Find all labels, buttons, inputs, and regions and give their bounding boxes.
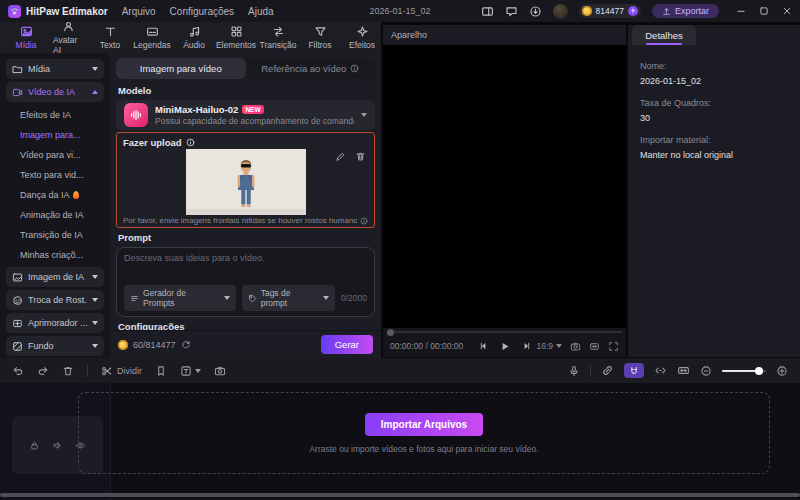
link-clips-button[interactable] (601, 364, 614, 377)
split-button[interactable]: Dividir (101, 365, 142, 377)
prompt-tags-button[interactable]: Tags de prompt (242, 285, 335, 311)
feedback-icon[interactable] (505, 5, 518, 18)
generation-panel: Imagem para vídeo Referência ao vídeo Mo… (110, 53, 381, 358)
fit-timeline-button[interactable] (677, 364, 690, 377)
tab-elementos[interactable]: Elementos (216, 23, 256, 52)
timeline-zoom-slider[interactable] (722, 370, 766, 372)
sidebar-item-minhas-criacoes[interactable]: Minhas criaçõ... (20, 245, 104, 265)
tab-avatar-ai[interactable]: Avatar AI (48, 18, 88, 57)
model-section-label: Modelo (118, 85, 375, 96)
app-name: HitPaw Edimakor (26, 6, 108, 17)
export-button[interactable]: Exportar (652, 4, 719, 18)
maximize-button[interactable] (759, 6, 769, 16)
sidebar-item-video-para-video[interactable]: Vídeo para vi... (20, 145, 104, 165)
import-files-button[interactable]: Importar Arquivos (365, 413, 483, 436)
add-credits-button[interactable]: + (628, 6, 638, 16)
tab-referencia-ao-video[interactable]: Referência ao vídeo (246, 58, 376, 79)
snap-magnet-toggle[interactable] (624, 363, 644, 378)
chevron-down-icon (361, 113, 367, 117)
tab-imagem-para-video[interactable]: Imagem para vídeo (116, 58, 246, 79)
sidebar-subgroup-video-ia: Efeitos de IA Imagem para... Vídeo para … (6, 105, 104, 265)
sidebar-item-animacao-de-ia[interactable]: Animação de IA (20, 205, 104, 225)
text-icon (104, 25, 117, 38)
tab-detalhes[interactable]: Detalhes (632, 25, 696, 45)
refresh-icon[interactable] (181, 340, 191, 350)
zoom-in-button[interactable] (776, 365, 788, 377)
model-icon (124, 103, 148, 127)
user-avatar[interactable] (553, 4, 568, 19)
sidebar-item-troca-de-rosto[interactable]: Troca de Rost... (6, 290, 104, 310)
mute-track-icon[interactable] (52, 440, 63, 451)
minimize-button[interactable] (736, 6, 746, 16)
close-button[interactable] (782, 6, 792, 16)
lock-track-icon[interactable] (29, 440, 40, 451)
generate-button[interactable]: Gerar (321, 335, 373, 354)
fit-screen-icon[interactable] (589, 341, 600, 352)
menu-configuracoes[interactable]: Configurações (170, 6, 234, 17)
avatar-icon (62, 20, 75, 33)
timeline-horizontal-scrollbar[interactable] (0, 493, 800, 497)
menu-ajuda[interactable]: Ajuda (248, 6, 274, 17)
sidebar: Mídia Vídeo de IA Efeitos de IA Imagem p… (0, 53, 110, 358)
tab-filtros[interactable]: Filtros (300, 23, 340, 52)
layout-panels-icon[interactable] (481, 5, 494, 18)
sidebar-item-danca-da-ia[interactable]: Dança da IA (20, 185, 104, 205)
coin-icon (118, 340, 128, 350)
preview-panel: Aparelho 00:00:00 / 00:00:00 16:9 (383, 25, 626, 357)
snapshot-icon[interactable] (570, 341, 581, 352)
marker-button[interactable] (155, 365, 167, 377)
tab-transicao[interactable]: Transição (258, 23, 298, 52)
tab-texto[interactable]: Texto (90, 23, 130, 52)
generation-cost: 60/814477 (133, 340, 176, 350)
tab-midia[interactable]: Mídia (6, 23, 46, 52)
tab-audio[interactable]: Áudio (174, 23, 214, 52)
upload-section[interactable]: Fazer upload Por favor, envie imagens fr… (116, 132, 375, 228)
character-counter: 0/2000 (341, 293, 367, 303)
uploaded-image-thumbnail[interactable] (186, 149, 306, 215)
tag-icon (248, 294, 257, 303)
sidebar-item-texto-para-video[interactable]: Texto para vid... (20, 165, 104, 185)
sidebar-item-video-de-ia[interactable]: Vídeo de IA (6, 82, 104, 102)
delete-image-button[interactable] (355, 151, 366, 162)
update-download-icon[interactable] (529, 5, 542, 18)
fullscreen-icon[interactable] (608, 341, 619, 352)
sidebar-item-midia[interactable]: Mídia (6, 59, 104, 79)
drop-hint-text: Arraste ou importe vídeos e fotos aqui p… (309, 444, 538, 454)
redo-button[interactable] (37, 365, 49, 377)
next-frame-button[interactable] (521, 341, 531, 351)
preview-scrubber[interactable] (387, 331, 622, 333)
tab-efeitos[interactable]: Efeitos (342, 23, 382, 52)
sidebar-item-aprimorador[interactable]: Aprimorador ... (6, 313, 104, 333)
auto-ripple-button[interactable] (654, 364, 667, 377)
delete-button[interactable] (62, 365, 74, 377)
tab-legendas[interactable]: Legendas (132, 23, 172, 52)
sidebar-item-transicao-de-ia[interactable]: Transição de IA (20, 225, 104, 245)
aspect-ratio-selector[interactable]: 16:9 (536, 341, 562, 351)
sidebar-item-fundo[interactable]: Fundo (6, 336, 104, 356)
new-badge: NEW (242, 105, 263, 114)
prompt-generator-button[interactable]: Gerador de Prompts (124, 285, 236, 311)
snapshot-button[interactable] (214, 365, 226, 377)
menu-arquivo[interactable]: Arquivo (122, 6, 156, 17)
zoom-out-button[interactable] (700, 365, 712, 377)
media-drop-zone[interactable]: Importar Arquivos Arraste ou importe víd… (78, 392, 770, 474)
sidebar-item-imagem-para-video[interactable]: Imagem para... (20, 125, 104, 145)
undo-button[interactable] (12, 365, 24, 377)
credits-badge[interactable]: 814477 + (579, 4, 641, 18)
play-button[interactable] (499, 341, 510, 352)
framerate-label: Taxa de Quadros: (640, 98, 792, 108)
image-icon (12, 272, 23, 283)
edit-image-button[interactable] (335, 151, 346, 162)
transition-icon (272, 25, 285, 38)
record-voiceover-button[interactable] (568, 365, 580, 377)
sidebar-item-imagem-de-ia[interactable]: Imagem de IA (6, 267, 104, 287)
prompt-input[interactable] (124, 253, 367, 285)
info-icon (350, 64, 359, 73)
scissors-icon (101, 365, 113, 377)
previous-frame-button[interactable] (478, 341, 488, 351)
sidebar-item-efeitos-de-ia[interactable]: Efeitos de IA (20, 105, 104, 125)
zoom-slider-handle[interactable] (755, 367, 763, 375)
model-selector[interactable]: MiniMax-Hailuo-02 NEW Possui capacidade … (116, 100, 375, 130)
text-tool-button[interactable] (180, 365, 201, 377)
video-viewport[interactable] (383, 45, 626, 328)
